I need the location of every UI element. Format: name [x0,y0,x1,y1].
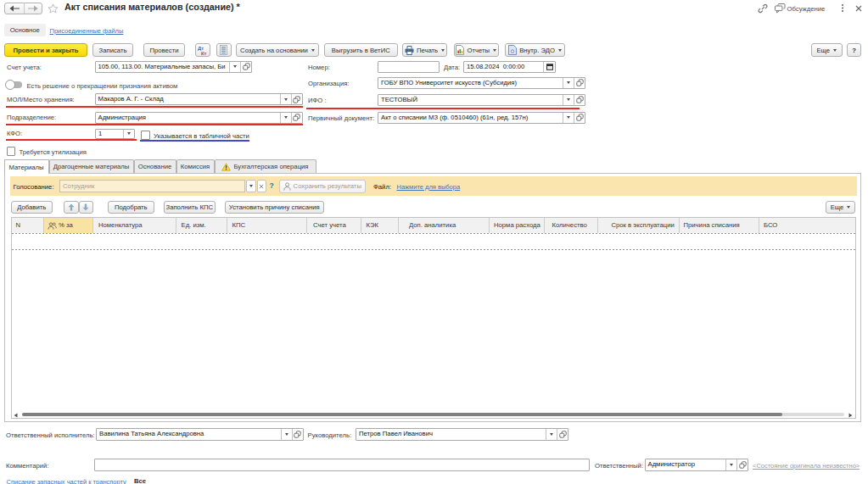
svg-text:Кт: Кт [201,51,207,56]
